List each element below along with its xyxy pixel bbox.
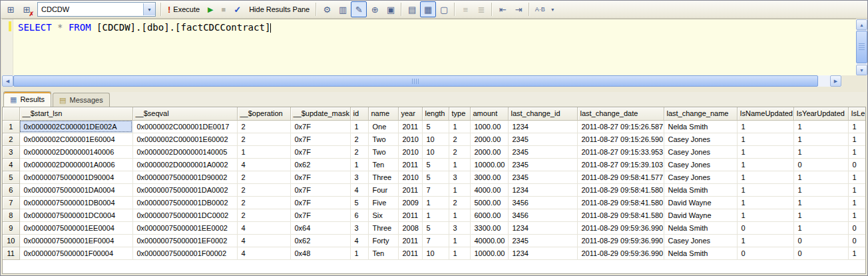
- grid-cell[interactable]: 1: [793, 196, 848, 209]
- grid-cell[interactable]: Nelda Smith: [664, 120, 737, 133]
- grid-cell[interactable]: Ten: [368, 158, 398, 171]
- grid-cell[interactable]: 0x64: [290, 221, 350, 234]
- grid-cell[interactable]: 1: [737, 196, 793, 209]
- grid-cell[interactable]: Four: [368, 183, 398, 196]
- grid-cell[interactable]: 0: [793, 247, 848, 259]
- grid-cell[interactable]: 0x7F: [290, 120, 350, 133]
- grid-cell[interactable]: 1: [449, 209, 470, 221]
- grid-cell[interactable]: Five: [368, 196, 398, 209]
- grid-cell[interactable]: 2010: [398, 133, 422, 145]
- grid-cell[interactable]: 1: [848, 247, 866, 259]
- grid-cell[interactable]: Forty: [368, 234, 398, 247]
- column-header[interactable]: type: [449, 107, 470, 120]
- grid-cell[interactable]: 4: [237, 221, 290, 234]
- grid-cell[interactable]: 2011-08-29 09:58:41.580: [577, 209, 664, 221]
- grid-cell[interactable]: 2011: [398, 247, 422, 259]
- grid-cell[interactable]: 0: [848, 234, 866, 247]
- row-header[interactable]: 1: [3, 120, 19, 133]
- grid-cell[interactable]: 5: [422, 221, 449, 234]
- grid-cell[interactable]: 1: [848, 209, 866, 221]
- horizontal-scroll-thumb[interactable]: [13, 75, 818, 87]
- grid-cell[interactable]: One: [368, 120, 398, 133]
- change-connection-icon[interactable]: ⊞✗: [19, 1, 35, 17]
- grid-cell[interactable]: 5: [422, 120, 449, 133]
- grid-cell[interactable]: 1: [793, 145, 848, 158]
- grid-cell[interactable]: 2345: [508, 133, 577, 145]
- grid-cell[interactable]: Ten: [368, 247, 398, 259]
- grid-cell[interactable]: 3: [449, 171, 470, 183]
- column-header[interactable]: __$seqval: [132, 107, 237, 120]
- intellisense-enabled-icon[interactable]: ✎: [351, 1, 367, 17]
- grid-cell[interactable]: 10000.00: [470, 158, 508, 171]
- results-to-grid-icon[interactable]: ▦: [420, 1, 436, 17]
- grid-cell[interactable]: 1: [793, 133, 848, 145]
- scroll-left-icon[interactable]: ◀: [2, 75, 13, 87]
- grid-cell[interactable]: 1: [350, 247, 368, 259]
- row-header[interactable]: 4: [3, 158, 19, 171]
- scroll-up-icon[interactable]: ▲: [856, 19, 867, 30]
- grid-cell[interactable]: 4: [237, 234, 290, 247]
- grid-cell[interactable]: Nelda Smith: [664, 247, 737, 259]
- grid-cell[interactable]: 1: [350, 120, 368, 133]
- grid-cell[interactable]: 3: [350, 221, 368, 234]
- grid-cell[interactable]: 4: [237, 247, 290, 259]
- grid-cell[interactable]: 1234: [508, 183, 577, 196]
- toolbar-options-chevron-icon[interactable]: ▾: [548, 2, 557, 17]
- grid-cell[interactable]: Two: [368, 145, 398, 158]
- grid-cell[interactable]: 0x0000002D0000001A0002: [132, 158, 237, 171]
- grid-cell[interactable]: 2011-08-27 09:15:39.103: [577, 158, 664, 171]
- grid-cell[interactable]: 1: [737, 209, 793, 221]
- grid-cell[interactable]: David Wayne: [664, 209, 737, 221]
- grid-cell[interactable]: 0x48: [290, 247, 350, 259]
- grid-cell[interactable]: 0x00000075000001DC0004: [19, 209, 132, 221]
- grid-cell[interactable]: 2011-08-29 09:58:41.580: [577, 183, 664, 196]
- grid-cell[interactable]: 1: [449, 158, 470, 171]
- grid-cell[interactable]: 10: [422, 133, 449, 145]
- editor-vertical-scrollbar[interactable]: ▲ ▼: [856, 19, 867, 75]
- grid-cell[interactable]: 4000.00: [470, 183, 508, 196]
- include-actual-plan-icon[interactable]: ⊕: [367, 1, 383, 17]
- grid-cell[interactable]: 1000.00: [470, 120, 508, 133]
- grid-cell[interactable]: 2345: [508, 234, 577, 247]
- grid-cell[interactable]: 0x0000002C000001E60004: [19, 133, 132, 145]
- grid-cell[interactable]: 1: [793, 120, 848, 133]
- grid-cell[interactable]: 0x0000002C000001DE0017: [132, 120, 237, 133]
- grid-cell[interactable]: 1: [237, 145, 290, 158]
- results-to-text-icon[interactable]: ▤: [404, 1, 420, 17]
- grid-cell[interactable]: 0x00000075000001DA0004: [19, 183, 132, 196]
- row-header[interactable]: 3: [3, 145, 19, 158]
- grid-cell[interactable]: 0x7F: [290, 171, 350, 183]
- grid-cell[interactable]: 1234: [508, 120, 577, 133]
- debug-button[interactable]: ▶: [204, 1, 217, 17]
- grid-cell[interactable]: Two: [368, 133, 398, 145]
- grid-cell[interactable]: 4: [350, 183, 368, 196]
- grid-cell[interactable]: 2011: [398, 120, 422, 133]
- grid-cell[interactable]: 1: [848, 133, 866, 145]
- grid-cell[interactable]: 2345: [508, 171, 577, 183]
- grid-cell[interactable]: Casey Jones: [664, 171, 737, 183]
- grid-cell[interactable]: 2000.00: [470, 133, 508, 145]
- query-options-icon[interactable]: ▥: [335, 1, 351, 17]
- grid-cell[interactable]: 2: [237, 133, 290, 145]
- grid-cell[interactable]: 1: [737, 171, 793, 183]
- grid-cell[interactable]: 0x00000075000001EE0004: [19, 221, 132, 234]
- grid-cell[interactable]: 1: [848, 171, 866, 183]
- grid-cell[interactable]: 0: [848, 158, 866, 171]
- grid-cell[interactable]: 2345: [508, 145, 577, 158]
- column-header[interactable]: __$operation: [237, 107, 290, 120]
- vertical-scroll-thumb[interactable]: [856, 31, 867, 63]
- increase-indent-icon[interactable]: ⇥: [511, 1, 527, 17]
- grid-cell[interactable]: 5000.00: [470, 196, 508, 209]
- row-header[interactable]: 6: [3, 183, 19, 196]
- display-estimated-plan-icon[interactable]: ⚙: [319, 1, 335, 17]
- grid-cell[interactable]: 1: [793, 171, 848, 183]
- grid-cell[interactable]: 2009: [398, 196, 422, 209]
- grid-cell[interactable]: 1: [793, 209, 848, 221]
- grid-cell[interactable]: 10000.00: [470, 247, 508, 259]
- grid-cell[interactable]: 2000.00: [470, 145, 508, 158]
- grid-cell[interactable]: 5: [422, 158, 449, 171]
- grid-cell[interactable]: 2010: [398, 171, 422, 183]
- grid-cell[interactable]: 0x0000002C000001DE002A: [19, 120, 132, 133]
- grid-cell[interactable]: 2008: [398, 221, 422, 234]
- row-header[interactable]: 8: [3, 209, 19, 221]
